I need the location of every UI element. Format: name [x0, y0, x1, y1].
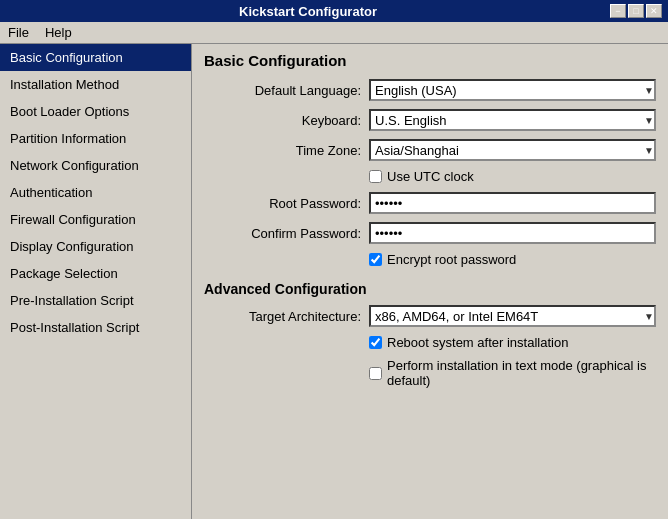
sidebar-item-authentication[interactable]: Authentication [0, 179, 191, 206]
sidebar: Basic Configuration Installation Method … [0, 44, 192, 519]
title-bar-buttons: − □ ✕ [610, 4, 662, 18]
encrypt-root-checkbox[interactable] [369, 253, 382, 266]
reboot-group: Reboot system after installation [369, 335, 656, 350]
text-mode-label: Perform installation in text mode (graph… [387, 358, 656, 388]
timezone-select[interactable]: Asia/Shanghai [369, 139, 656, 161]
confirm-password-input[interactable] [369, 222, 656, 244]
section-title: Basic Configuration [204, 52, 656, 69]
timezone-group: Time Zone: Asia/Shanghai ▼ [204, 139, 656, 161]
sidebar-item-pre-installation-script[interactable]: Pre-Installation Script [0, 287, 191, 314]
reboot-checkbox[interactable] [369, 336, 382, 349]
default-language-wrapper: English (USA) ▼ [369, 79, 656, 101]
encrypt-root-group: Encrypt root password [369, 252, 656, 267]
content-area: Basic Configuration Default Language: En… [192, 44, 668, 519]
sidebar-item-installation-method[interactable]: Installation Method [0, 71, 191, 98]
encrypt-root-label: Encrypt root password [387, 252, 516, 267]
reboot-label: Reboot system after installation [387, 335, 568, 350]
utc-clock-checkbox[interactable] [369, 170, 382, 183]
menu-help[interactable]: Help [41, 24, 76, 41]
sidebar-item-display-configuration[interactable]: Display Configuration [0, 233, 191, 260]
default-language-label: Default Language: [204, 83, 369, 98]
title-bar: Kickstart Configurator − □ ✕ [0, 0, 668, 22]
target-arch-select[interactable]: x86, AMD64, or Intel EM64T [369, 305, 656, 327]
sidebar-item-basic-configuration[interactable]: Basic Configuration [0, 44, 191, 71]
timezone-wrapper: Asia/Shanghai ▼ [369, 139, 656, 161]
main-container: Basic Configuration Installation Method … [0, 44, 668, 519]
target-arch-label: Target Architecture: [204, 309, 369, 324]
minimize-button[interactable]: − [610, 4, 626, 18]
advanced-title: Advanced Configuration [204, 281, 656, 297]
text-mode-checkbox[interactable] [369, 367, 382, 380]
window-title: Kickstart Configurator [6, 4, 610, 19]
maximize-button[interactable]: □ [628, 4, 644, 18]
utc-clock-group: Use UTC clock [369, 169, 656, 184]
root-password-label: Root Password: [204, 196, 369, 211]
confirm-password-label: Confirm Password: [204, 226, 369, 241]
sidebar-item-package-selection[interactable]: Package Selection [0, 260, 191, 287]
menu-file[interactable]: File [4, 24, 33, 41]
target-arch-group: Target Architecture: x86, AMD64, or Inte… [204, 305, 656, 327]
sidebar-item-partition-information[interactable]: Partition Information [0, 125, 191, 152]
root-password-input[interactable] [369, 192, 656, 214]
keyboard-wrapper: U.S. English ▼ [369, 109, 656, 131]
keyboard-select[interactable]: U.S. English [369, 109, 656, 131]
default-language-select[interactable]: English (USA) [369, 79, 656, 101]
menu-bar: File Help [0, 22, 668, 44]
keyboard-label: Keyboard: [204, 113, 369, 128]
target-arch-wrapper: x86, AMD64, or Intel EM64T ▼ [369, 305, 656, 327]
confirm-password-group: Confirm Password: [204, 222, 656, 244]
text-mode-group: Perform installation in text mode (graph… [369, 358, 656, 388]
sidebar-item-boot-loader-options[interactable]: Boot Loader Options [0, 98, 191, 125]
default-language-group: Default Language: English (USA) ▼ [204, 79, 656, 101]
utc-clock-label: Use UTC clock [387, 169, 474, 184]
timezone-label: Time Zone: [204, 143, 369, 158]
sidebar-item-network-configuration[interactable]: Network Configuration [0, 152, 191, 179]
root-password-group: Root Password: [204, 192, 656, 214]
sidebar-item-firewall-configuration[interactable]: Firewall Configuration [0, 206, 191, 233]
keyboard-group: Keyboard: U.S. English ▼ [204, 109, 656, 131]
close-button[interactable]: ✕ [646, 4, 662, 18]
sidebar-item-post-installation-script[interactable]: Post-Installation Script [0, 314, 191, 341]
